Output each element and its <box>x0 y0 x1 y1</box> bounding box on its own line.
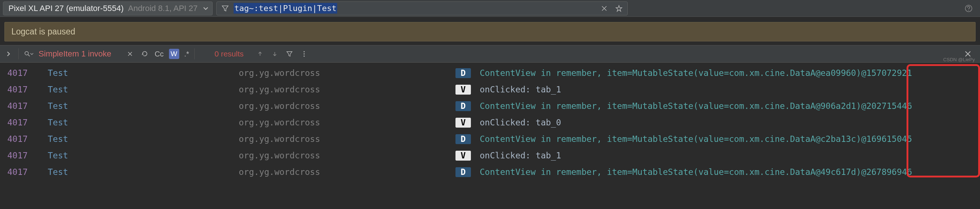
top-bar: Pixel XL API 27 (emulator-5554) Android … <box>0 0 980 17</box>
log-pid: 4017 <box>7 68 48 78</box>
filter-icon[interactable] <box>285 49 294 59</box>
log-package: org.yg.wordcross <box>239 68 455 78</box>
log-message: ContentView in remember, item=MutableSta… <box>480 167 912 177</box>
log-row[interactable]: 4017Testorg.yg.wordcrossVonClicked: tab_… <box>0 81 980 98</box>
log-tag: Test <box>48 118 239 128</box>
log-message: onClicked: tab_1 <box>480 85 561 95</box>
clear-filter-icon[interactable] <box>600 4 609 13</box>
help-icon[interactable] <box>964 4 974 13</box>
log-pid: 4017 <box>7 85 48 95</box>
separator <box>18 48 19 59</box>
log-message: ContentView in remember, item=MutableSta… <box>480 101 912 111</box>
funnel-icon <box>220 4 230 13</box>
words-toggle[interactable]: W <box>169 49 179 59</box>
log-tag: Test <box>48 101 239 111</box>
logcat-paused-banner: Logcat is paused <box>5 22 975 41</box>
device-meta: Android 8.1, API 27 <box>128 4 197 13</box>
results-count: 0 results <box>215 49 243 58</box>
log-package: org.yg.wordcross <box>239 167 455 177</box>
log-level-badge: V <box>455 118 471 128</box>
log-tag: Test <box>48 134 239 144</box>
device-selector[interactable]: Pixel XL API 27 (emulator-5554) Android … <box>3 2 213 16</box>
svg-point-5 <box>304 55 305 57</box>
log-message: onClicked: tab_0 <box>480 118 561 128</box>
find-query[interactable]: SimpleItem 1 invoke <box>38 49 111 59</box>
regex-toggle[interactable]: .* <box>185 49 189 59</box>
log-row[interactable]: 4017Testorg.yg.wordcrossDContentView in … <box>0 131 980 147</box>
collapse-icon[interactable] <box>4 49 13 59</box>
chevron-down-icon <box>200 6 211 11</box>
log-pid: 4017 <box>7 118 48 128</box>
match-case-toggle[interactable]: Cc <box>154 49 164 59</box>
log-package: org.yg.wordcross <box>239 151 455 161</box>
top-bar-right-tools <box>964 4 977 13</box>
log-level-badge: V <box>455 85 471 95</box>
prev-match-icon[interactable] <box>255 49 265 59</box>
filter-text: tag~:test|Plugin|Test <box>234 3 337 14</box>
svg-point-1 <box>968 10 969 11</box>
log-tag: Test <box>48 167 239 177</box>
log-tag: Test <box>48 151 239 161</box>
watermark: CSDN @LiePy <box>943 57 975 62</box>
device-name: Pixel XL API 27 (emulator-5554) <box>8 4 123 13</box>
log-row[interactable]: 4017Testorg.yg.wordcrossDContentView in … <box>0 98 980 114</box>
search-mode-icon[interactable] <box>24 49 33 59</box>
clear-query-icon[interactable] <box>125 49 135 59</box>
log-level-badge: D <box>455 134 471 144</box>
log-row[interactable]: 4017Testorg.yg.wordcrossDContentView in … <box>0 164 980 180</box>
more-icon[interactable] <box>299 49 309 59</box>
log-area: CSDN @LiePy 4017Testorg.yg.wordcrossDCon… <box>0 63 980 180</box>
log-level-badge: V <box>455 151 471 161</box>
log-row[interactable]: 4017Testorg.yg.wordcrossDContentView in … <box>0 65 980 81</box>
log-tag: Test <box>48 85 239 95</box>
log-level-badge: D <box>455 101 471 111</box>
log-pid: 4017 <box>7 151 48 161</box>
log-tag: Test <box>48 68 239 78</box>
svg-point-4 <box>304 53 305 54</box>
log-row[interactable]: 4017Testorg.yg.wordcrossVonClicked: tab_… <box>0 147 980 164</box>
log-pid: 4017 <box>7 167 48 177</box>
log-level-badge: D <box>455 167 471 177</box>
log-package: org.yg.wordcross <box>239 134 455 144</box>
log-level-badge: D <box>455 68 471 78</box>
log-message: onClicked: tab_1 <box>480 151 561 161</box>
log-message: ContentView in remember, item=MutableSta… <box>480 68 912 78</box>
log-pid: 4017 <box>7 134 48 144</box>
banner-text: Logcat is paused <box>11 27 75 36</box>
find-bar: SimpleItem 1 invoke Cc W .* 0 results <box>0 45 980 63</box>
logcat-filter-input[interactable]: tag~:test|Plugin|Test <box>216 2 628 16</box>
log-pid: 4017 <box>7 101 48 111</box>
svg-point-2 <box>25 51 28 55</box>
log-message: ContentView in remember, item=MutableSta… <box>480 134 912 144</box>
svg-point-3 <box>304 51 305 52</box>
log-row[interactable]: 4017Testorg.yg.wordcrossVonClicked: tab_… <box>0 114 980 131</box>
history-icon[interactable] <box>140 49 150 59</box>
log-package: org.yg.wordcross <box>239 101 455 111</box>
log-package: org.yg.wordcross <box>239 85 455 95</box>
star-icon[interactable] <box>614 4 624 13</box>
next-match-icon[interactable] <box>270 49 280 59</box>
log-package: org.yg.wordcross <box>239 118 455 128</box>
separator <box>194 48 195 59</box>
